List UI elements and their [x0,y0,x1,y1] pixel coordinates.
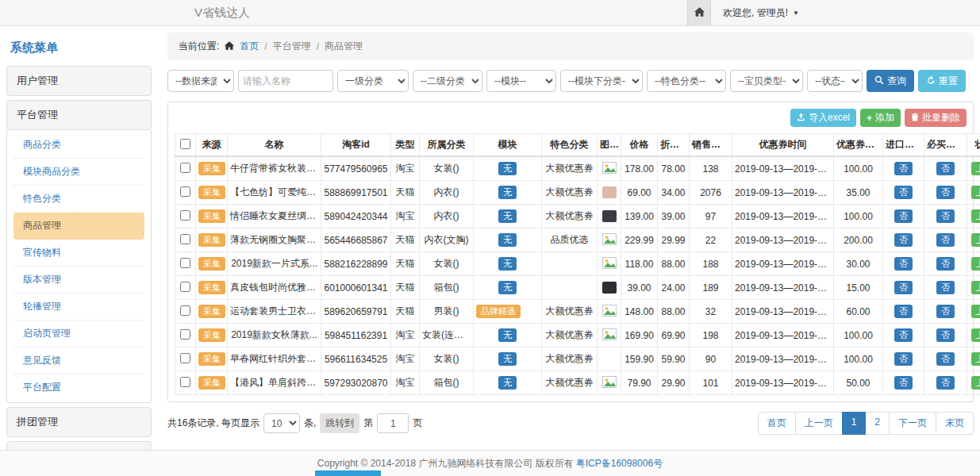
row-checkbox[interactable] [180,377,190,387]
source-badge: 采集 [198,352,225,366]
import-select-toggle[interactable]: 否 [894,328,913,342]
must-buy-toggle[interactable]: 否 [936,328,955,342]
filter-select[interactable]: 一级分类 [337,70,409,92]
status-badge[interactable]: 上架 [971,376,980,390]
sidebar-item-宣传物料[interactable]: 宣传物料 [13,240,144,267]
table-row: 采集早春网红针织外套女春...596611634525淘宝女装()无大额优惠券1… [175,347,980,371]
status-badge[interactable]: 上架 [971,209,980,223]
pager-item-上一页[interactable]: 上一页 [795,412,843,435]
status-cell: 上架 [967,228,980,252]
search-button[interactable]: 查询 [867,70,914,92]
per-page-select[interactable]: 10 [263,413,300,433]
sidebar-item-平台配置[interactable]: 平台配置 [13,374,144,401]
must-buy-toggle[interactable]: 否 [936,233,955,247]
must-buy-cell: 否 [924,156,967,181]
status-badge[interactable]: 上架 [971,162,980,175]
home-button[interactable] [687,0,711,26]
module-badge: 无 [498,162,517,175]
pager-item-2[interactable]: 2 [865,412,890,435]
must-buy-toggle[interactable]: 否 [936,305,955,318]
filter-select[interactable]: --状态-- [807,70,863,92]
sales-cell: 189 [690,276,732,300]
sidebar-item-商品管理[interactable]: 商品管理 [13,213,144,240]
row-checkbox[interactable] [180,305,190,316]
row-checkbox[interactable] [180,234,190,244]
add-button[interactable]: + 添加 [860,109,901,127]
row-checkbox[interactable] [180,210,190,221]
page-number-input[interactable] [377,413,409,433]
status-badge[interactable]: 上架 [971,352,980,366]
module-badge: 品牌精选 [476,305,521,318]
status-badge[interactable]: 上架 [971,305,980,318]
import-select-toggle[interactable]: 否 [894,376,913,390]
select-all-checkbox[interactable] [180,139,190,149]
coupon-amount-cell: 35.00 [834,181,883,205]
sidebar-group-用户管理[interactable]: 用户管理 [6,66,152,96]
row-checkbox[interactable] [180,163,190,173]
status-cell: 上架 [967,324,980,347]
filter-name-input[interactable] [238,70,333,92]
image-placeholder-icon [602,332,617,343]
must-buy-toggle[interactable]: 否 [936,257,955,271]
source-cell: 采集 [196,276,228,300]
image-placeholder-icon [602,260,617,271]
sidebar-item-模块商品分类[interactable]: 模块商品分类 [13,159,144,186]
row-checkbox[interactable] [180,329,190,340]
sidebar-item-意见反馈[interactable]: 意见反馈 [13,347,144,374]
import-excel-button[interactable]: 导入excel [790,109,856,127]
status-badge[interactable]: 上架 [971,233,980,247]
import-select-toggle[interactable]: 否 [894,281,913,294]
import-select-toggle[interactable]: 否 [894,162,913,175]
status-badge[interactable]: 上架 [971,281,980,294]
icon-cell [598,276,621,300]
filter-select[interactable]: --宝贝类型-- [730,70,803,92]
must-buy-toggle[interactable]: 否 [936,209,955,223]
filter-select[interactable]: --特色分类-- [647,70,726,92]
jump-to-button[interactable]: 跳转到 [320,413,359,433]
sidebar-item-特色分类[interactable]: 特色分类 [13,186,144,213]
batch-delete-button[interactable]: 批量删除 [905,109,967,127]
status-badge[interactable]: 上架 [971,257,980,271]
status-badge[interactable]: 上架 [971,328,980,342]
sidebar-item-版本管理[interactable]: 版本管理 [13,267,144,294]
filter-select[interactable]: --模块-- [486,70,556,92]
row-checkbox[interactable] [180,186,190,197]
must-buy-toggle[interactable]: 否 [936,352,955,366]
source-cell: 采集 [196,347,228,371]
sidebar-group-平台管理[interactable]: 平台管理 [6,100,152,130]
sidebar-item-轮播管理[interactable]: 轮播管理 [13,294,144,321]
import-select-cell: 否 [883,156,924,181]
import-select-toggle[interactable]: 否 [894,257,913,271]
filter-select[interactable]: --数据来源-- [167,70,234,92]
column-header-状态: 状态 [967,134,980,157]
import-select-toggle[interactable]: 否 [894,209,913,223]
status-badge[interactable]: 上架 [971,186,980,199]
row-checkbox[interactable] [180,258,190,268]
breadcrumb-home-link[interactable]: 首页 [240,40,259,53]
sidebar-group-拼团管理[interactable]: 拼团管理 [6,407,152,437]
must-buy-toggle[interactable]: 否 [936,186,955,199]
pager-item-下一页[interactable]: 下一页 [889,412,936,435]
status-cell: 上架 [967,252,980,276]
must-buy-toggle[interactable]: 否 [936,376,955,390]
sidebar-item-商品分类[interactable]: 商品分类 [13,132,144,159]
table-row: 采集【七色纺】可爱纯棉家...588869917501天猫内衣()无大额优惠券6… [175,181,980,205]
import-select-toggle[interactable]: 否 [894,233,913,247]
pager-item-1[interactable]: 1 [842,412,867,435]
pager-item-末页[interactable]: 末页 [936,412,974,435]
must-buy-cell: 否 [924,324,967,347]
must-buy-toggle[interactable]: 否 [936,162,955,175]
import-select-toggle[interactable]: 否 [894,186,913,199]
filter-select[interactable]: --模块下分类-- [560,70,643,92]
import-select-toggle[interactable]: 否 [894,352,913,366]
reset-button[interactable]: 重置 [918,70,966,92]
icp-link[interactable]: 粤ICP备16098006号 [576,457,663,470]
user-menu[interactable]: 欢迎您, 管理员! ▼ [723,6,799,20]
filter-select[interactable]: --二级分类-- [413,70,482,92]
sidebar-item-启动页管理[interactable]: 启动页管理 [13,321,144,347]
row-checkbox[interactable] [180,353,190,363]
import-select-toggle[interactable]: 否 [894,305,913,318]
must-buy-toggle[interactable]: 否 [936,281,955,294]
row-checkbox[interactable] [180,282,190,292]
pager-item-首页[interactable]: 首页 [758,412,796,435]
